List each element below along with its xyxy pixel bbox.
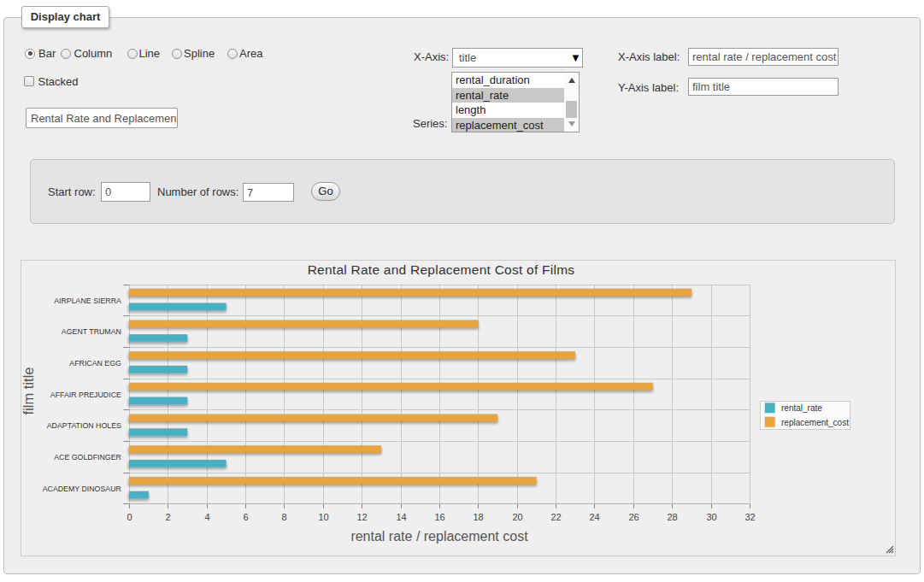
svg-text:16: 16: [434, 512, 444, 522]
svg-text:22: 22: [550, 512, 561, 522]
svg-text:24: 24: [589, 512, 599, 522]
svg-text:Rental Rate and Replacement Co: Rental Rate and Replacement Cost of Film…: [308, 262, 575, 277]
svg-text:film title: film title: [21, 367, 36, 415]
svg-text:10: 10: [318, 512, 328, 522]
svg-text:20: 20: [512, 512, 522, 522]
svg-text:AIRPLANE SIERRA: AIRPLANE SIERRA: [54, 297, 121, 305]
svg-text:26: 26: [628, 512, 639, 522]
svg-text:14: 14: [396, 512, 406, 522]
svg-text:AFRICAN EGG: AFRICAN EGG: [69, 359, 121, 367]
svg-text:AGENT TRUMAN: AGENT TRUMAN: [62, 327, 121, 336]
svg-text:ACADEMY DINOSAUR: ACADEMY DINOSAUR: [43, 485, 121, 493]
svg-text:30: 30: [706, 512, 716, 522]
svg-text:28: 28: [667, 512, 677, 522]
svg-text:12: 12: [356, 512, 367, 522]
svg-text:ACE GOLDFINGER: ACE GOLDFINGER: [54, 453, 121, 461]
svg-text:6: 6: [243, 512, 248, 522]
svg-text:8: 8: [281, 512, 286, 522]
svg-text:32: 32: [744, 512, 755, 522]
svg-text:2: 2: [165, 512, 170, 522]
svg-text:0: 0: [127, 512, 132, 522]
svg-text:4: 4: [204, 512, 209, 522]
svg-text:replacement_cost: replacement_cost: [781, 418, 849, 427]
svg-text:rental_rate: rental_rate: [781, 403, 822, 413]
svg-text:AFFAIR PREJUDICE: AFFAIR PREJUDICE: [50, 391, 121, 399]
svg-text:18: 18: [473, 512, 483, 522]
svg-text:rental rate / replacement cost: rental rate / replacement cost: [350, 529, 528, 544]
svg-text:ADAPTATION HOLES: ADAPTATION HOLES: [47, 421, 121, 430]
